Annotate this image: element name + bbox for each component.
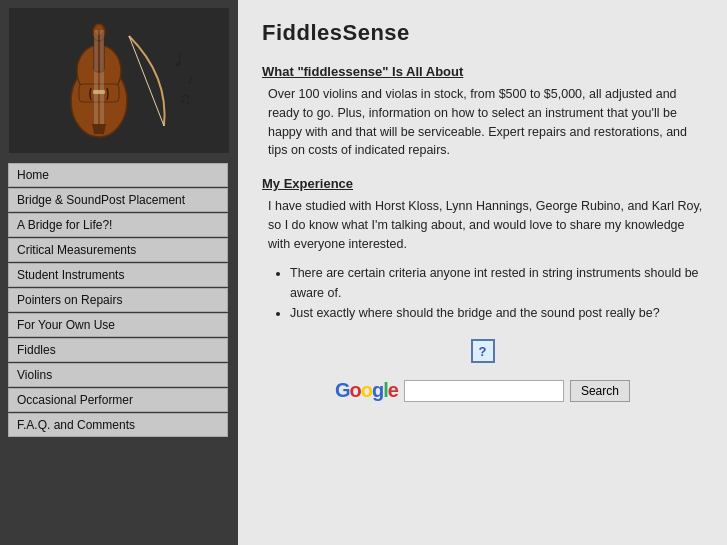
google-logo: Google bbox=[335, 379, 398, 402]
about-text: Over 100 violins and violas in stock, fr… bbox=[262, 85, 703, 160]
sidebar-item-bridge-soundpost[interactable]: Bridge & SoundPost Placement bbox=[8, 188, 228, 212]
navigation-list: HomeBridge & SoundPost PlacementA Bridge… bbox=[8, 163, 228, 438]
svg-text:♪: ♪ bbox=[187, 71, 194, 87]
google-search-button[interactable]: Search bbox=[570, 380, 630, 402]
sidebar-item-faq-comments[interactable]: F.A.Q. and Comments bbox=[8, 413, 228, 437]
svg-point-6 bbox=[95, 25, 103, 35]
sidebar-item-violins[interactable]: Violins bbox=[8, 363, 228, 387]
sidebar-item-occasional-performer[interactable]: Occasional Performer bbox=[8, 388, 228, 412]
sidebar: ♩ ♪ ♫ HomeBridge & SoundPost PlacementA … bbox=[0, 0, 238, 545]
sidebar-item-student-instruments[interactable]: Student Instruments bbox=[8, 263, 228, 287]
bullet-item: Just exactly where should the bridge and… bbox=[290, 303, 703, 323]
sidebar-item-pointers-repairs[interactable]: Pointers on Repairs bbox=[8, 288, 228, 312]
icon-box: ? bbox=[262, 339, 703, 363]
sidebar-item-your-own-use[interactable]: For Your Own Use bbox=[8, 313, 228, 337]
sidebar-item-critical-measurements[interactable]: Critical Measurements bbox=[8, 238, 228, 262]
sidebar-item-home[interactable]: Home bbox=[8, 163, 228, 187]
experience-section: My Experience I have studied with Horst … bbox=[262, 176, 703, 323]
bullet-item: There are certain criteria anyone int re… bbox=[290, 263, 703, 303]
google-search-bar: Google Search bbox=[262, 379, 703, 402]
sidebar-item-fiddles[interactable]: Fiddles bbox=[8, 338, 228, 362]
about-section: What "fiddlessense" Is All About Over 10… bbox=[262, 64, 703, 160]
sidebar-image: ♩ ♪ ♫ bbox=[9, 8, 229, 153]
about-heading: What "fiddlessense" Is All About bbox=[262, 64, 703, 79]
page-title: FiddlesSense bbox=[262, 20, 703, 46]
main-content: FiddlesSense What "fiddlessense" Is All … bbox=[238, 0, 727, 545]
experience-heading: My Experience bbox=[262, 176, 703, 191]
experience-bullets: There are certain criteria anyone int re… bbox=[290, 263, 703, 323]
experience-intro: I have studied with Horst Kloss, Lynn Ha… bbox=[262, 197, 703, 253]
violin-illustration: ♩ ♪ ♫ bbox=[19, 16, 219, 146]
sidebar-item-bridge-life[interactable]: A Bridge for Life?! bbox=[8, 213, 228, 237]
svg-text:♫: ♫ bbox=[179, 90, 191, 107]
svg-text:♩: ♩ bbox=[174, 50, 182, 70]
question-icon: ? bbox=[471, 339, 495, 363]
google-search-input[interactable] bbox=[404, 380, 564, 402]
